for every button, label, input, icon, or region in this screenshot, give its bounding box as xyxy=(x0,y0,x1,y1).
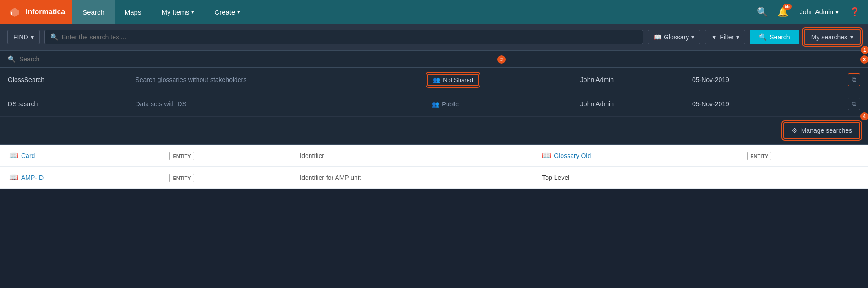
result-level-cell-1: Top Level xyxy=(533,167,738,189)
annotation-badge-2: 2 xyxy=(497,55,506,64)
copy-search-btn-2[interactable]: ⧉ xyxy=(848,98,860,110)
search-bar: FIND ▾ 🔍 📖 Glossary ▾ ▼ Filter ▾ 🔍 Searc… xyxy=(0,24,868,50)
glossary-button[interactable]: 📖 Glossary ▾ xyxy=(648,30,700,44)
search-btn-label: Search xyxy=(770,33,790,41)
search-icon: 🔍 xyxy=(50,33,58,41)
search-input[interactable] xyxy=(62,33,637,41)
book-icon: 📖 xyxy=(654,33,661,41)
nav-maps[interactable]: Maps xyxy=(115,0,152,24)
copy-search-btn-1[interactable]: ⧉ xyxy=(848,73,860,86)
book-icon-linked-0: 📖 xyxy=(542,151,551,160)
help-btn[interactable]: ❓ xyxy=(847,4,863,20)
filter-chevron: ▾ xyxy=(736,33,739,41)
find-button[interactable]: FIND ▾ xyxy=(7,30,40,44)
dropdown-search-icon: 🔍 xyxy=(8,55,16,63)
book-icon-1: 📖 xyxy=(9,173,18,182)
saved-search-row-1[interactable]: GlossSearch Search glossaries without st… xyxy=(0,68,868,92)
my-searches-label: My searches xyxy=(811,33,847,41)
user-menu[interactable]: John Admin ▾ xyxy=(795,5,843,18)
user-chevron: ▾ xyxy=(835,8,839,16)
dropdown-search-input[interactable] xyxy=(19,55,860,63)
annotation-badge-1: 1 xyxy=(861,46,868,54)
manage-searches-label: Manage searches xyxy=(801,127,852,134)
search-action-2: ⧉ xyxy=(805,92,868,116)
public-icon: 👥 xyxy=(432,101,439,108)
my-items-chevron: ▾ xyxy=(191,9,194,15)
manage-searches-gear-icon: ⚙ xyxy=(792,127,797,134)
public-badge: 👥 Public xyxy=(427,99,463,109)
book-icon-0: 📖 xyxy=(9,151,18,160)
top-nav: i Informatica Search Maps My Items ▾ Cre… xyxy=(0,0,868,24)
glossary-label: Glossary xyxy=(664,33,689,41)
result-link-0[interactable]: 📖 Card xyxy=(9,151,151,160)
result-type-cell-1: ENTITY xyxy=(160,167,290,189)
nav-search[interactable]: Search xyxy=(72,0,115,24)
nav-create[interactable]: Create ▾ xyxy=(204,0,250,24)
result-linked-type-cell-0: ENTITY xyxy=(738,145,868,167)
notifications-btn[interactable]: 🔔 66 xyxy=(775,4,792,20)
filter-label: Filter xyxy=(720,33,734,41)
result-name-cell-0: 📖 Card xyxy=(0,145,160,167)
entity-badge-0: ENTITY xyxy=(169,152,194,160)
not-shared-icon: 👥 xyxy=(433,76,440,83)
search-action-1: ⧉ xyxy=(805,68,868,92)
result-name-1: AMP-ID xyxy=(21,174,44,181)
search-desc-2: Data sets with DS xyxy=(128,92,420,116)
logo[interactable]: i Informatica xyxy=(0,0,72,24)
search-date-2: 05-Nov-2019 xyxy=(685,92,805,116)
search-date-1: 05-Nov-2019 xyxy=(685,68,805,92)
search-nav-icon-btn[interactable]: 🔍 xyxy=(754,4,771,20)
result-desc-cell-0: Identifier xyxy=(290,145,533,167)
search-status-2: 👥 Public xyxy=(420,92,573,116)
result-link-1[interactable]: 📖 AMP-ID xyxy=(9,173,151,182)
create-chevron: ▾ xyxy=(237,9,240,15)
results-table: 📖 Card ENTITY Identifier 📖 Glossary Old xyxy=(0,145,868,189)
nav-my-items[interactable]: My Items ▾ xyxy=(151,0,204,24)
find-chevron: ▾ xyxy=(31,33,34,41)
result-linked-type-cell-1 xyxy=(738,167,868,189)
notification-badge: 66 xyxy=(783,4,792,10)
find-label: FIND xyxy=(13,33,28,41)
search-owner-2: John Admin xyxy=(573,92,685,116)
my-searches-chevron: ▾ xyxy=(850,33,853,41)
annotation-badge-4: 4 xyxy=(860,112,868,120)
manage-searches-button[interactable]: ⚙ Manage searches xyxy=(783,122,860,139)
search-name-2: DS search xyxy=(0,92,128,116)
dropdown-search-row: 🔍 xyxy=(0,51,868,68)
result-level-1: Top Level xyxy=(542,174,569,181)
svg-text:i: i xyxy=(11,11,12,16)
not-shared-badge: 👥 Not Shared xyxy=(427,74,479,86)
result-desc-1: Identifier for AMP unit xyxy=(300,174,361,181)
result-linked-name-0: Glossary Old xyxy=(554,152,591,159)
result-linked-cell-0: 📖 Glossary Old xyxy=(533,145,738,167)
saved-search-row-2[interactable]: DS search Data sets with DS 👥 Public Joh… xyxy=(0,92,868,116)
entity-badge-1: ENTITY xyxy=(169,174,194,182)
result-name-0: Card xyxy=(21,152,35,159)
filter-button[interactable]: ▼ Filter ▾ xyxy=(705,30,745,44)
results-area: 📖 Card ENTITY Identifier 📖 Glossary Old xyxy=(0,145,868,189)
search-desc-1: Search glossaries without stakeholders xyxy=(128,68,420,92)
manage-searches-row: 4 ⚙ Manage searches xyxy=(0,116,868,144)
result-desc-cell-1: Identifier for AMP unit xyxy=(290,167,533,189)
linked-entity-badge-0: ENTITY xyxy=(747,152,771,160)
search-button[interactable]: 🔍 Search xyxy=(750,30,799,44)
result-row-1: 📖 AMP-ID ENTITY Identifier for AMP unit … xyxy=(0,167,868,189)
search-name-1: GlossSearch xyxy=(0,68,128,92)
result-desc-0: Identifier xyxy=(300,152,324,159)
user-name: John Admin xyxy=(800,8,833,16)
result-name-cell-1: 📖 AMP-ID xyxy=(0,167,160,189)
glossary-chevron: ▾ xyxy=(691,33,694,41)
search-input-wrap: 🔍 xyxy=(44,30,643,44)
my-searches-button[interactable]: My searches ▾ xyxy=(804,29,861,45)
nav-items: Search Maps My Items ▾ Create ▾ xyxy=(72,0,754,24)
result-type-cell-0: ENTITY xyxy=(160,145,290,167)
nav-right: 🔍 🔔 66 John Admin ▾ ❓ xyxy=(754,4,863,20)
saved-searches-table: GlossSearch Search glossaries without st… xyxy=(0,68,868,116)
my-searches-dropdown: 2 3 🔍 GlossSearch Search glossaries with… xyxy=(0,50,868,145)
search-status-1: 👥 Not Shared xyxy=(420,68,573,92)
logo-text: Informatica xyxy=(26,8,65,16)
annotation-badge-3: 3 xyxy=(860,55,868,64)
filter-icon: ▼ xyxy=(711,33,717,41)
result-row-0: 📖 Card ENTITY Identifier 📖 Glossary Old xyxy=(0,145,868,167)
result-linked-link-0[interactable]: 📖 Glossary Old xyxy=(542,151,729,160)
